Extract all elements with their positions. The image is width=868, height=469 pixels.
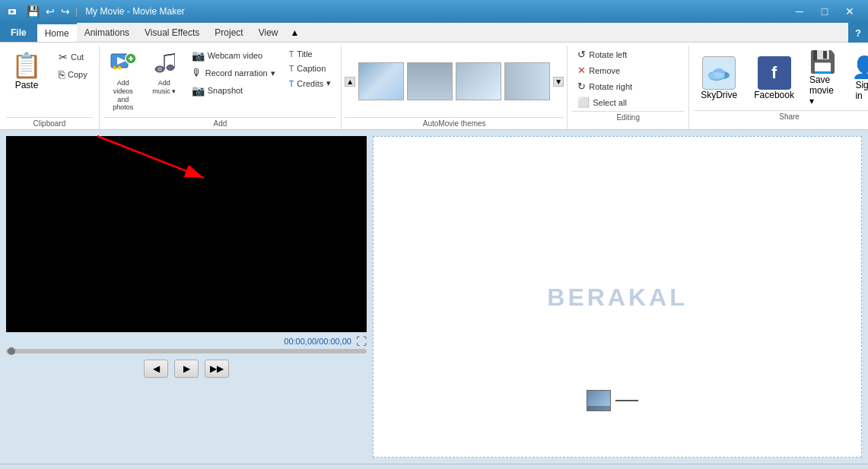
save-signin-group: 💾 Savemovie ▾: [804, 47, 841, 109]
svg-point-11: [167, 65, 174, 71]
save-movie-icon: 💾: [809, 49, 836, 74]
clip-duration-line: [615, 400, 638, 401]
menu-view[interactable]: View: [251, 23, 286, 42]
theme-item-4[interactable]: [504, 62, 550, 100]
title-button[interactable]: T Title: [284, 47, 337, 61]
svg-point-18: [708, 72, 725, 80]
clipboard-content: 📋 Paste ✂ Cut ⎘ Copy: [6, 49, 93, 116]
seek-bar[interactable]: [6, 349, 367, 353]
title-caption-credits-buttons: T Title T Caption T Credits ▾: [284, 47, 337, 90]
add-content: Add videosand photos Addmusic ▾: [104, 47, 337, 116]
cut-label: Cut: [71, 52, 84, 62]
video-screen[interactable]: [6, 136, 367, 332]
themes-scroll-up[interactable]: ▲: [345, 77, 355, 87]
copy-icon: ⎘: [59, 68, 65, 81]
select-all-button[interactable]: ⬜ Select all: [572, 95, 684, 109]
clip-thumbnail[interactable]: [587, 390, 611, 411]
paste-button[interactable]: 📋 Paste: [6, 49, 47, 93]
add-small-buttons: 📷 Webcam video 🎙 Record narration ▾ 📷 Sn…: [186, 47, 281, 99]
ribbon-share-section: SkyDrive f Facebook 💾 Savemovie ▾ 👤 Sign…: [689, 46, 868, 129]
help-btn[interactable]: ?: [848, 23, 868, 43]
copy-label: Copy: [68, 70, 87, 79]
credits-button[interactable]: T Credits ▾: [284, 76, 337, 90]
themes-content: ▲ ▼: [345, 47, 564, 116]
cut-copy-group: ✂ Cut ⎘ Copy: [53, 49, 93, 83]
cut-button[interactable]: ✂ Cut: [53, 49, 93, 65]
add-music-label: Addmusic ▾: [152, 79, 176, 96]
svg-line-12: [164, 54, 175, 55]
share-buttons: SkyDrive f Facebook 💾 Savemovie ▾ 👤 Sign…: [694, 47, 868, 109]
rotate-right-button[interactable]: ↻ Rotate right: [572, 79, 684, 93]
title-bar-app-icons: [6, 5, 18, 17]
themes-list: [358, 62, 550, 100]
next-frame-btn[interactable]: ▶▶: [205, 360, 229, 378]
add-label: Add: [104, 117, 337, 129]
rotate-right-label: Rotate right: [589, 82, 632, 91]
copy-button[interactable]: ⎘ Copy: [53, 66, 93, 83]
save-movie-button[interactable]: 💾 Savemovie ▾: [804, 47, 841, 109]
caption-button[interactable]: T Caption: [284, 62, 337, 75]
rotate-left-button[interactable]: ↺ Rotate left: [572, 47, 684, 62]
menu-bar: File Home Animations Visual Effects Proj…: [0, 23, 868, 43]
facebook-icon: f: [758, 56, 791, 90]
credits-icon: T: [289, 79, 294, 88]
add-music-button[interactable]: Addmusic ▾: [145, 47, 183, 100]
theme-item-1[interactable]: [358, 62, 404, 100]
status-bar: ⊞ - +: [0, 464, 868, 469]
themes-scroll-down[interactable]: ▼: [553, 77, 564, 87]
menu-animations[interactable]: Animations: [77, 23, 137, 42]
sign-in-button[interactable]: 👤 Signin: [844, 52, 868, 103]
fullscreen-btn[interactable]: ⛶: [356, 335, 367, 347]
facebook-button[interactable]: f Facebook: [747, 54, 801, 103]
facebook-label: Facebook: [754, 90, 794, 100]
theme-item-2[interactable]: [407, 62, 453, 100]
ribbon-add-section: Add videosand photos Addmusic ▾: [100, 46, 342, 129]
minimize-btn[interactable]: ─: [787, 4, 812, 19]
play-btn[interactable]: ▶: [174, 360, 199, 378]
remove-icon: ✕: [577, 65, 586, 76]
rotate-right-icon: ↻: [577, 81, 586, 92]
select-all-label: Select all: [593, 98, 627, 107]
maximize-btn[interactable]: □: [812, 4, 837, 19]
webcam-button[interactable]: 📷 Webcam video: [186, 47, 281, 64]
menu-project[interactable]: Project: [207, 23, 250, 42]
add-videos-label: Add videosand photos: [110, 79, 137, 112]
ribbon-automovie-section: ▲ ▼ AutoMovie themes: [342, 46, 568, 129]
window-controls[interactable]: ─ □ ✕: [787, 4, 862, 19]
webcam-icon: 📷: [192, 49, 205, 62]
ribbon-clipboard-section: 📋 Paste ✂ Cut ⎘ Copy Clipboard: [0, 46, 100, 129]
close-btn[interactable]: ✕: [838, 4, 862, 19]
record-narration-label: Record narration: [205, 68, 268, 78]
app-title: My Movie - Movie Maker: [85, 6, 787, 17]
ribbon-collapse-btn[interactable]: ▲: [285, 23, 304, 42]
redo-btn[interactable]: ↪: [59, 4, 72, 19]
skydrive-icon: [702, 56, 736, 90]
seek-handle[interactable]: [8, 347, 15, 355]
menu-home[interactable]: Home: [37, 23, 77, 42]
save-quick-btn[interactable]: 💾: [24, 4, 42, 19]
snapshot-label: Snapshot: [208, 86, 243, 95]
menu-file[interactable]: File: [0, 23, 37, 42]
skydrive-button[interactable]: SkyDrive: [694, 54, 744, 103]
prev-frame-btn[interactable]: ◀: [144, 360, 168, 378]
add-videos-icon: [110, 51, 137, 78]
record-narration-button[interactable]: 🎙 Record narration ▾: [186, 65, 281, 81]
preview-pane: 00:00,00/00:00,00 ⛶ ◀ ▶ ▶▶: [0, 130, 373, 464]
snapshot-button[interactable]: 📷 Snapshot: [186, 82, 281, 99]
timeline-clip: [587, 390, 638, 411]
timeline-pane[interactable]: BERAKAL: [373, 136, 862, 458]
app-icon: [6, 5, 18, 17]
clipboard-label: Clipboard: [6, 117, 93, 129]
save-movie-label: Savemovie ▾: [809, 74, 836, 106]
undo-btn[interactable]: ↩: [43, 4, 57, 19]
signin-label: Signin: [855, 80, 868, 101]
menu-visual-effects[interactable]: Visual Effects: [137, 23, 207, 42]
theme-item-3[interactable]: [456, 62, 501, 100]
snapshot-icon: 📷: [192, 84, 205, 97]
quick-access-toolbar[interactable]: 💾 ↩ ↪ |: [24, 4, 79, 19]
mic-icon: 🎙: [192, 67, 202, 79]
arrow-overlay: [6, 136, 367, 332]
add-videos-button[interactable]: Add videosand photos: [104, 47, 142, 116]
signin-icon: 👤: [851, 55, 868, 80]
remove-button[interactable]: ✕ Remove: [572, 63, 684, 78]
